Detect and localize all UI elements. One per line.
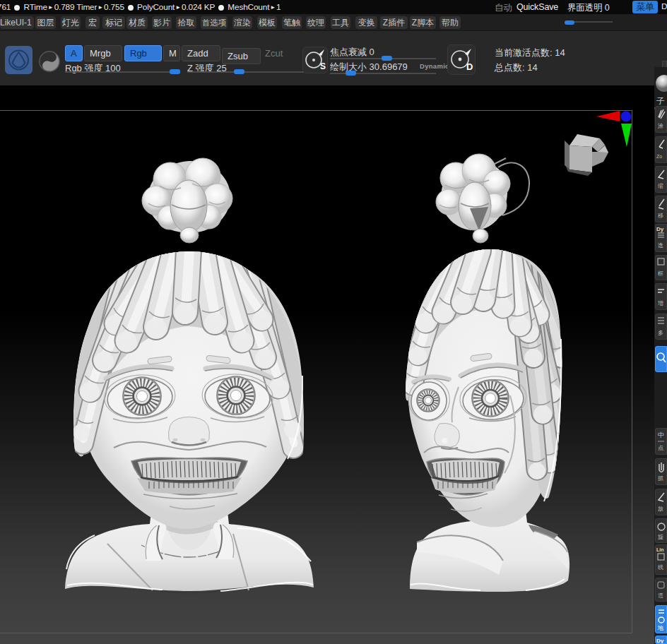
svg-text:点: 点 (658, 445, 663, 451)
svg-text:缩: 缩 (658, 183, 663, 189)
svg-text:线: 线 (657, 564, 663, 571)
svg-text:移: 移 (658, 213, 663, 219)
svg-text:增: 增 (657, 300, 663, 306)
svg-text:放: 放 (658, 506, 663, 512)
svg-text:Dy: Dy (656, 226, 664, 232)
svg-text:D: D (466, 61, 473, 72)
svg-text:中: 中 (658, 431, 664, 439)
svg-text:多: 多 (658, 330, 663, 336)
svg-text:透: 透 (658, 592, 663, 599)
svg-text:旋: 旋 (658, 534, 663, 540)
svg-text:抓: 抓 (658, 475, 663, 482)
svg-text:地: 地 (657, 625, 663, 631)
svg-text:迭: 迭 (658, 242, 663, 249)
svg-text:S: S (320, 61, 326, 71)
svg-text:Dy: Dy (656, 638, 664, 644)
svg-text:涂: 涂 (657, 123, 663, 129)
svg-text:Zo: Zo (656, 154, 662, 159)
svg-text:Lin: Lin (656, 547, 664, 552)
svg-text:框: 框 (657, 270, 663, 277)
